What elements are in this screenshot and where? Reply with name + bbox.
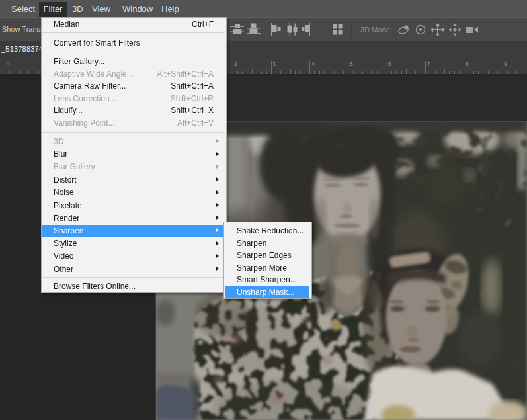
svg-text:3D Mode:: 3D Mode:	[360, 26, 392, 34]
